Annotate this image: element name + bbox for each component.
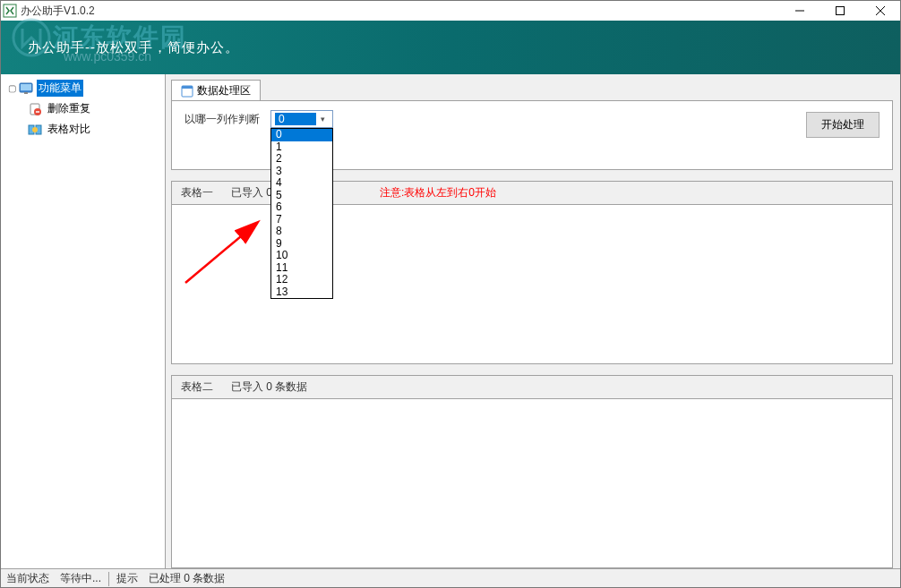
tree-item-label: 删除重复: [46, 100, 92, 117]
svg-rect-0: [4, 4, 16, 17]
combo-option[interactable]: 5: [271, 190, 332, 202]
table1-title: 表格一: [181, 185, 213, 200]
svg-point-14: [32, 127, 38, 132]
app-icon: [3, 4, 17, 18]
expand-icon[interactable]: ▢: [8, 83, 17, 93]
combo-selected-value: 0: [275, 113, 316, 125]
table1-hint: 注意:表格从左到右0开始: [380, 185, 496, 200]
status-tip-value: 已处理 0 条数据: [143, 571, 230, 586]
combo-option[interactable]: 3: [271, 166, 332, 178]
annotation-arrow-icon: [181, 216, 270, 287]
judge-panel: 以哪一列作判断 0 ▾ 0 1 2 3 4 5 6 7: [171, 100, 893, 170]
content-wrapper: ▢ 功能菜单 删除重复 表格对比 数据处理区 以哪一列作判断: [1, 74, 900, 568]
combo-option[interactable]: 7: [271, 214, 332, 226]
table2-title: 表格二: [181, 379, 213, 395]
combo-option[interactable]: 8: [271, 226, 332, 238]
combo-box[interactable]: 0 ▾: [270, 110, 333, 128]
combo-option[interactable]: 2: [271, 153, 332, 166]
column-combo[interactable]: 0 ▾ 0 1 2 3 4 5 6 7 8 9 10: [270, 110, 333, 128]
tree-root-label: 功能菜单: [37, 80, 83, 97]
tab-data-processing[interactable]: 数据处理区: [171, 80, 261, 101]
process-button[interactable]: 开始处理: [806, 112, 880, 138]
table1-info: 已导入 0: [231, 185, 272, 200]
judge-label: 以哪一列作判断: [184, 112, 260, 127]
tab-label: 数据处理区: [197, 83, 251, 98]
table2-info: 已导入 0 条数据: [231, 379, 307, 395]
compare-icon: [28, 123, 42, 137]
close-button[interactable]: [860, 1, 900, 21]
status-tip-label: 提示: [111, 571, 143, 586]
banner-slogan: 办公助手--放松双手，简便办公。: [28, 39, 239, 56]
combo-option[interactable]: 12: [271, 274, 332, 286]
combo-option[interactable]: 1: [271, 141, 332, 154]
tab-header: 数据处理区: [171, 80, 893, 101]
tree-item-label: 表格对比: [46, 121, 92, 138]
monitor-icon: [19, 81, 33, 96]
status-value: 等待中...: [55, 571, 107, 586]
window-controls: [779, 1, 900, 21]
judge-row: 以哪一列作判断 0 ▾ 0 1 2 3 4 5 6 7: [184, 110, 333, 128]
svg-line-17: [185, 223, 257, 283]
svg-rect-16: [182, 86, 193, 89]
svg-rect-8: [24, 92, 28, 94]
status-divider: [108, 572, 109, 586]
tree-root-item[interactable]: ▢ 功能菜单: [1, 78, 165, 98]
svg-rect-2: [836, 7, 844, 15]
combo-option[interactable]: 0: [271, 129, 332, 141]
tree-item-delete-duplicate[interactable]: 删除重复: [1, 98, 165, 119]
combo-option[interactable]: 4: [271, 177, 332, 190]
table2-section: 表格二 已导入 0 条数据: [171, 375, 893, 568]
table2-body[interactable]: [171, 398, 893, 568]
delete-icon: [28, 102, 42, 116]
sidebar: ▢ 功能菜单 删除重复 表格对比: [1, 74, 166, 568]
combo-option[interactable]: 13: [271, 286, 332, 299]
combo-option[interactable]: 9: [271, 238, 332, 251]
main-area: 数据处理区 以哪一列作判断 0 ▾ 0 1 2 3 4: [166, 74, 900, 568]
svg-rect-7: [21, 84, 31, 90]
tree-item-compare[interactable]: 表格对比: [1, 119, 165, 140]
header-banner: 河东软件园 www.pc0359.cn 办公助手--放松双手，简便办公。: [1, 21, 900, 74]
status-label: 当前状态: [1, 571, 55, 586]
statusbar: 当前状态 等待中... 提示 已处理 0 条数据: [1, 568, 900, 588]
titlebar-title: 办公助手V1.0.2: [21, 4, 95, 19]
chevron-down-icon: ▾: [316, 115, 329, 124]
titlebar: 办公助手V1.0.2: [1, 1, 900, 21]
table2-header: 表格二 已导入 0 条数据: [171, 375, 893, 398]
maximize-button[interactable]: [819, 1, 860, 21]
minimize-button[interactable]: [779, 1, 819, 21]
window-icon: [181, 85, 193, 98]
combo-option[interactable]: 11: [271, 262, 332, 275]
combo-option[interactable]: 6: [271, 201, 332, 214]
combo-option[interactable]: 10: [271, 250, 332, 262]
combo-dropdown: 0 1 2 3 4 5 6 7 8 9 10 11 12 13: [270, 128, 333, 299]
